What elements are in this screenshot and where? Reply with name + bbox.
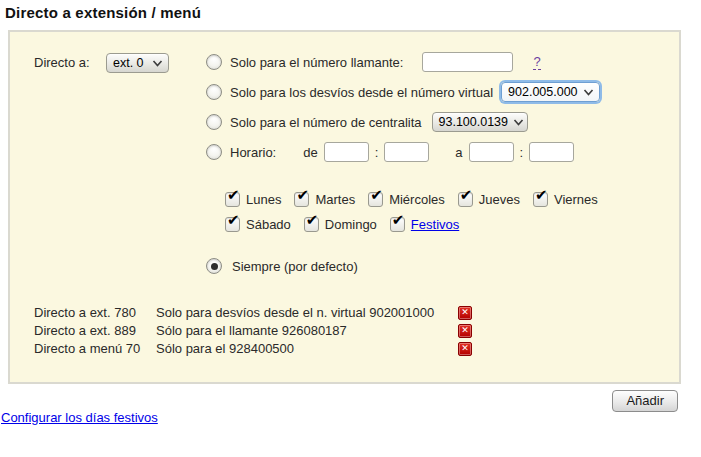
day-item: ✔ Jueves bbox=[458, 192, 520, 207]
radio-switchboard-number[interactable] bbox=[206, 114, 222, 130]
delete-x-icon: ✕ bbox=[461, 326, 469, 335]
delete-rule-button[interactable]: ✕ bbox=[458, 342, 472, 356]
check-icon: ✔ bbox=[227, 212, 240, 227]
virtual-number-selected-value: 902.005.000 bbox=[508, 85, 578, 99]
rule-condition: Sólo para el 928400500 bbox=[156, 341, 458, 356]
day-label: Martes bbox=[315, 192, 355, 207]
delete-rule-button[interactable]: ✕ bbox=[458, 306, 472, 320]
day-checkbox-domingo[interactable]: ✔ bbox=[304, 217, 319, 232]
day-checkbox-jueves[interactable]: ✔ bbox=[458, 192, 473, 207]
switchboard-number-label: Solo para el número de centralita bbox=[230, 115, 422, 130]
check-icon: ✔ bbox=[306, 212, 319, 227]
option-virtual-number: Solo para los desvíos desde el número vi… bbox=[206, 82, 611, 102]
day-item: ✔ Martes bbox=[294, 192, 355, 207]
add-button[interactable]: Añadir bbox=[612, 390, 678, 412]
radio-always[interactable] bbox=[206, 258, 222, 274]
config-panel: Directo a: ext. 0 Solo para el número ll… bbox=[8, 30, 681, 384]
days-row-1: ✔ Lunes ✔ Martes ✔ Miércoles ✔ Jueves bbox=[225, 189, 611, 209]
day-label: Jueves bbox=[479, 192, 520, 207]
caller-number-input[interactable] bbox=[422, 52, 513, 72]
days-group: ✔ Lunes ✔ Martes ✔ Miércoles ✔ Jueves bbox=[225, 189, 611, 234]
direct-to-select[interactable]: ext. 0 bbox=[106, 53, 169, 73]
schedule-from-hour-input[interactable] bbox=[324, 142, 369, 162]
check-icon: ✔ bbox=[296, 187, 309, 202]
rule-row: Directo a ext. 889 Sólo para el llamante… bbox=[34, 322, 679, 339]
day-checkbox-sabado[interactable]: ✔ bbox=[225, 217, 240, 232]
footer: Añadir Configurar los días festivos bbox=[0, 384, 701, 434]
radio-schedule[interactable] bbox=[206, 144, 222, 160]
schedule-to-hour-input[interactable] bbox=[469, 142, 514, 162]
rule-row: Directo a ext. 780 Solo para desvíos des… bbox=[34, 304, 679, 321]
only-caller-label: Solo para el número llamante: bbox=[230, 55, 403, 70]
rules-list: Directo a ext. 780 Solo para desvíos des… bbox=[34, 304, 679, 357]
rule-row: Directo a menú 70 Sólo para el 928400500… bbox=[34, 340, 679, 357]
rule-target: Directo a ext. 780 bbox=[34, 305, 156, 320]
day-checkbox-miercoles[interactable]: ✔ bbox=[368, 192, 383, 207]
day-label: Miércoles bbox=[389, 192, 445, 207]
chevron-down-icon bbox=[583, 89, 594, 96]
day-checkbox-lunes[interactable]: ✔ bbox=[225, 192, 240, 207]
time-separator: : bbox=[375, 145, 379, 160]
check-icon: ✔ bbox=[535, 187, 548, 202]
check-icon: ✔ bbox=[392, 212, 405, 227]
configure-holidays-link[interactable]: Configurar los días festivos bbox=[1, 410, 158, 425]
option-schedule: Horario: de : a : bbox=[206, 142, 611, 162]
switchboard-number-selected-value: 93.100.0139 bbox=[439, 115, 509, 129]
day-label: Sábado bbox=[246, 217, 291, 232]
page-title: Directo a extensión / menú bbox=[5, 4, 701, 21]
option-always: Siempre (por defecto) bbox=[206, 258, 611, 274]
direct-to-selected-value: ext. 0 bbox=[113, 56, 144, 70]
day-checkbox-martes[interactable]: ✔ bbox=[294, 192, 309, 207]
festivos-link[interactable]: Festivos bbox=[411, 217, 459, 232]
rule-target: Directo a menú 70 bbox=[34, 341, 156, 356]
time-separator: : bbox=[520, 145, 524, 160]
rule-condition: Sólo para el llamante 926080187 bbox=[156, 323, 458, 338]
chevron-down-icon bbox=[152, 60, 163, 67]
direct-to-row: Directo a: ext. 0 Solo para el número ll… bbox=[34, 52, 679, 274]
day-item: ✔ Miércoles bbox=[368, 192, 445, 207]
day-item: ✔ Sábado bbox=[225, 217, 291, 232]
day-item: ✔ Viernes bbox=[533, 192, 598, 207]
day-label: Viernes bbox=[554, 192, 598, 207]
delete-x-icon: ✕ bbox=[461, 344, 469, 353]
always-label: Siempre (por defecto) bbox=[232, 259, 358, 274]
delete-x-icon: ✕ bbox=[461, 308, 469, 317]
days-row-2: ✔ Sábado ✔ Domingo ✔ Festivos bbox=[225, 214, 611, 234]
schedule-to-minute-input[interactable] bbox=[529, 142, 574, 162]
rule-target: Directo a ext. 889 bbox=[34, 323, 156, 338]
day-item: ✔ Domingo bbox=[304, 217, 377, 232]
delete-rule-button[interactable]: ✕ bbox=[458, 324, 472, 338]
condition-options: Solo para el número llamante: ? Solo par… bbox=[206, 52, 611, 274]
day-checkbox-viernes[interactable]: ✔ bbox=[533, 192, 548, 207]
radio-virtual-number[interactable] bbox=[206, 84, 222, 100]
help-link[interactable]: ? bbox=[533, 54, 540, 70]
day-label: Lunes bbox=[246, 192, 281, 207]
option-switchboard-number: Solo para el número de centralita 93.100… bbox=[206, 112, 611, 132]
day-item: ✔ Festivos bbox=[390, 217, 459, 232]
day-label: Domingo bbox=[325, 217, 377, 232]
virtual-number-label: Solo para los desvíos desde el número vi… bbox=[230, 85, 493, 100]
schedule-from-minute-input[interactable] bbox=[384, 142, 429, 162]
direct-to-label: Directo a: bbox=[34, 52, 96, 70]
schedule-from-label: de bbox=[303, 145, 317, 160]
day-checkbox-festivos[interactable]: ✔ bbox=[390, 217, 405, 232]
schedule-label: Horario: bbox=[230, 145, 276, 160]
check-icon: ✔ bbox=[460, 187, 473, 202]
check-icon: ✔ bbox=[370, 187, 383, 202]
rule-condition: Solo para desvíos desde el n. virtual 90… bbox=[156, 305, 458, 320]
check-icon: ✔ bbox=[227, 187, 240, 202]
option-caller-number: Solo para el número llamante: ? bbox=[206, 52, 611, 72]
schedule-to-label: a bbox=[455, 145, 462, 160]
radio-only-caller[interactable] bbox=[206, 54, 222, 70]
virtual-number-select[interactable]: 902.005.000 bbox=[501, 82, 600, 102]
chevron-down-icon bbox=[513, 119, 524, 126]
switchboard-number-select[interactable]: 93.100.0139 bbox=[432, 112, 528, 132]
day-item: ✔ Lunes bbox=[225, 192, 281, 207]
